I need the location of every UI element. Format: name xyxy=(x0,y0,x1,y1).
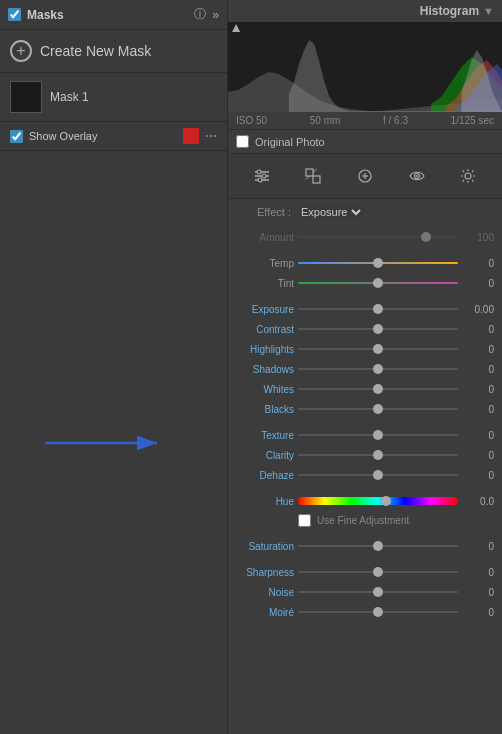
hue-value: 0.0 xyxy=(462,496,494,507)
eye-icon[interactable] xyxy=(403,162,431,190)
fine-adj-checkbox[interactable] xyxy=(298,514,311,527)
blacks-slider-row: Blacks 0 xyxy=(228,399,502,419)
blacks-thumb[interactable] xyxy=(373,404,383,414)
hue-thumb[interactable] xyxy=(381,496,391,506)
clarity-value: 0 xyxy=(462,450,494,461)
whites-track[interactable] xyxy=(298,382,458,396)
sharpness-thumb[interactable] xyxy=(373,567,383,577)
dehaze-value: 0 xyxy=(462,470,494,481)
contrast-value: 0 xyxy=(462,324,494,335)
histogram-meta: ISO 50 50 mm f / 6.3 1/125 sec xyxy=(228,112,502,129)
highlights-label: Highlights xyxy=(236,344,294,355)
saturation-thumb[interactable] xyxy=(373,541,383,551)
sliders-icon[interactable] xyxy=(248,162,276,190)
panel-toggle-checkbox[interactable] xyxy=(8,8,21,21)
amount-value: 100 xyxy=(462,232,494,243)
blacks-label: Blacks xyxy=(236,404,294,415)
highlights-track[interactable] xyxy=(298,342,458,356)
fine-adjustment-row: Use Fine Adjustment xyxy=(228,511,502,530)
focal-value: 50 mm xyxy=(310,115,341,126)
histogram-svg xyxy=(228,22,502,112)
histogram-title: Histogram xyxy=(420,4,479,18)
moire-slider-row: Moiré 0 xyxy=(228,602,502,622)
temp-track[interactable] xyxy=(298,256,458,270)
clarity-thumb[interactable] xyxy=(373,450,383,460)
arrow-indicator xyxy=(45,423,165,463)
tint-label: Tint xyxy=(236,278,294,289)
shadows-value: 0 xyxy=(462,364,494,375)
hue-track[interactable] xyxy=(298,494,458,508)
texture-track[interactable] xyxy=(298,428,458,442)
svg-point-15 xyxy=(258,178,262,182)
contrast-track[interactable] xyxy=(298,322,458,336)
expand-icon[interactable]: » xyxy=(212,8,219,22)
saturation-track[interactable] xyxy=(298,539,458,553)
sharpness-track[interactable] xyxy=(298,565,458,579)
svg-rect-17 xyxy=(313,176,320,183)
shadows-slider-row: Shadows 0 xyxy=(228,359,502,379)
show-overlay-checkbox[interactable] xyxy=(10,130,23,143)
temp-label: Temp xyxy=(236,258,294,269)
left-panel: Masks ⓘ » + Create New Mask Mask 1 Show … xyxy=(0,0,228,734)
overlay-color-swatch[interactable] xyxy=(183,128,199,144)
arrow-area xyxy=(0,151,227,734)
settings-icon[interactable] xyxy=(454,162,482,190)
contrast-thumb[interactable] xyxy=(373,324,383,334)
fine-adj-label: Use Fine Adjustment xyxy=(317,515,409,526)
dehaze-track[interactable] xyxy=(298,468,458,482)
clarity-track[interactable] xyxy=(298,448,458,462)
whites-thumb[interactable] xyxy=(373,384,383,394)
exposure-track[interactable] xyxy=(298,302,458,316)
noise-label: Noise xyxy=(236,587,294,598)
blacks-track[interactable] xyxy=(298,402,458,416)
moire-track[interactable] xyxy=(298,605,458,619)
dehaze-thumb[interactable] xyxy=(373,470,383,480)
mask-item-row[interactable]: Mask 1 xyxy=(0,73,227,122)
saturation-slider-row: Saturation 0 xyxy=(228,536,502,556)
noise-track[interactable] xyxy=(298,585,458,599)
clarity-slider-row: Clarity 0 xyxy=(228,445,502,465)
temp-thumb[interactable] xyxy=(373,258,383,268)
noise-value: 0 xyxy=(462,587,494,598)
saturation-label: Saturation xyxy=(236,541,294,552)
exposure-label: Exposure xyxy=(236,304,294,315)
tint-thumb[interactable] xyxy=(373,278,383,288)
panel-title: Masks xyxy=(27,8,188,22)
noise-slider-row: Noise 0 xyxy=(228,582,502,602)
shadows-label: Shadows xyxy=(236,364,294,375)
info-icon[interactable]: ⓘ xyxy=(194,6,206,23)
histogram-header: Histogram ▼ xyxy=(228,0,502,22)
svg-point-25 xyxy=(465,173,471,179)
highlights-thumb[interactable] xyxy=(373,344,383,354)
shadows-track[interactable] xyxy=(298,362,458,376)
shadows-thumb[interactable] xyxy=(373,364,383,374)
moire-thumb[interactable] xyxy=(373,607,383,617)
tint-value: 0 xyxy=(462,278,494,289)
amount-thumb[interactable] xyxy=(421,232,431,242)
saturation-value: 0 xyxy=(462,541,494,552)
dehaze-label: Dehaze xyxy=(236,470,294,481)
panel-header: Masks ⓘ » xyxy=(0,0,227,30)
amount-track[interactable] xyxy=(298,230,458,244)
right-panel: Histogram ▼ ISO 50 50 mm f / 6.3 1/125 s… xyxy=(228,0,502,734)
amount-label: Amount xyxy=(236,232,294,243)
more-options-button[interactable]: ⋯ xyxy=(205,129,217,143)
add-mask-button[interactable]: + xyxy=(10,40,32,62)
temp-value: 0 xyxy=(462,258,494,269)
mask-thumbnail xyxy=(10,81,42,113)
exposure-thumb[interactable] xyxy=(373,304,383,314)
effect-select[interactable]: Exposure Color Detail xyxy=(297,205,364,219)
show-overlay-row: Show Overlay ⋯ xyxy=(0,122,227,151)
healing-icon[interactable] xyxy=(351,162,379,190)
transform-icon[interactable] xyxy=(299,162,327,190)
show-overlay-label: Show Overlay xyxy=(29,130,177,142)
histogram-dropdown-icon[interactable]: ▼ xyxy=(483,5,494,17)
texture-thumb[interactable] xyxy=(373,430,383,440)
moire-value: 0 xyxy=(462,607,494,618)
noise-thumb[interactable] xyxy=(373,587,383,597)
histogram-canvas xyxy=(228,22,502,112)
iso-value: ISO 50 xyxy=(236,115,267,126)
sliders-area: Amount 100 Temp 0 Tint xyxy=(228,225,502,734)
original-photo-checkbox[interactable] xyxy=(236,135,249,148)
tint-track[interactable] xyxy=(298,276,458,290)
